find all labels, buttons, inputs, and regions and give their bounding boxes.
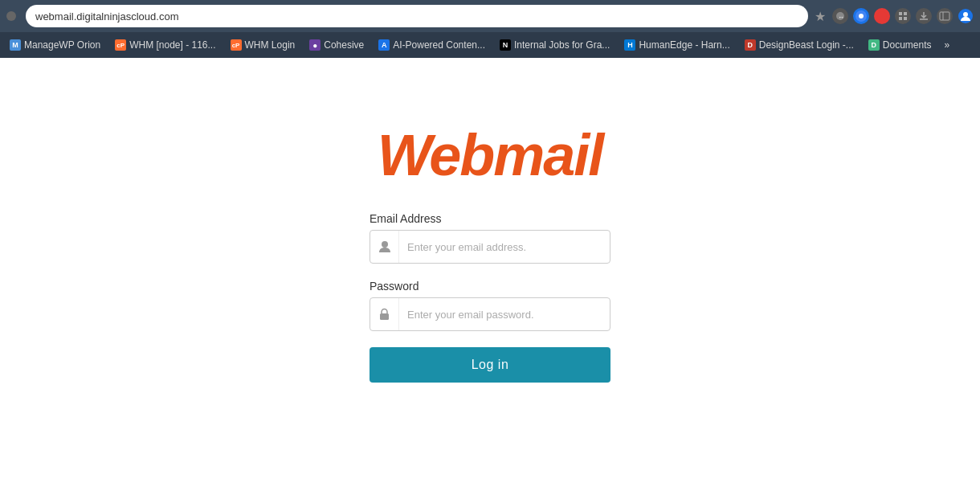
- more-bookmarks[interactable]: »: [940, 37, 955, 53]
- cohesive-favicon: ●: [309, 39, 321, 51]
- bookmark-ai-content[interactable]: A AI-Powered Conten...: [372, 35, 492, 55]
- email-label: Email Address: [370, 212, 610, 225]
- bookmark-humanedge[interactable]: H HumanEdge - Harn...: [618, 35, 736, 55]
- svg-rect-8: [904, 17, 907, 20]
- bookmark-whm-node[interactable]: cP WHM [node] - 116...: [108, 35, 222, 55]
- ai-favicon: A: [378, 39, 390, 51]
- designbeast-favicon: D: [745, 39, 756, 51]
- bookmark-humanedge-label: HumanEdge - Harn...: [639, 39, 729, 51]
- bookmark-managewp[interactable]: M ManageWP Orion: [3, 35, 107, 55]
- svg-rect-6: [904, 12, 907, 15]
- extension-icon-2[interactable]: [874, 8, 890, 24]
- bookmark-designbeast-label: DesignBeast Login -...: [759, 39, 854, 51]
- bookmark-icon[interactable]: ★: [815, 9, 826, 24]
- bookmark-internal-jobs[interactable]: N Internal Jobs for Gra...: [493, 35, 616, 55]
- password-label: Password: [370, 280, 610, 293]
- bookmark-whm-node-label: WHM [node] - 116...: [129, 39, 215, 51]
- profile-icon[interactable]: [958, 8, 974, 24]
- email-input-wrapper: [370, 230, 610, 264]
- lock-icon: [370, 298, 399, 330]
- svg-rect-14: [380, 313, 389, 320]
- svg-point-3: [859, 14, 864, 18]
- login-form: Email Address Password: [370, 212, 610, 383]
- url-text: webmail.digitalninjascloud.com: [35, 10, 178, 23]
- bookmark-documents[interactable]: D Documents: [862, 35, 938, 55]
- bookmark-documents-label: Documents: [883, 39, 932, 51]
- bookmark-designbeast[interactable]: D DesignBeast Login -...: [738, 35, 860, 55]
- svg-rect-9: [940, 12, 949, 20]
- bookmark-cohesive[interactable]: ● Cohesive: [303, 35, 370, 55]
- bookmark-whm-login[interactable]: cP WHM Login: [224, 35, 302, 55]
- extensions-icon[interactable]: [895, 8, 911, 24]
- documents-favicon: D: [868, 39, 880, 51]
- user-icon: [370, 231, 399, 263]
- browser-toolbar: ↔: [832, 8, 974, 24]
- svg-point-4: [877, 11, 887, 21]
- svg-point-12: [963, 12, 968, 17]
- internal-jobs-favicon: N: [500, 39, 511, 51]
- password-input[interactable]: [399, 298, 610, 330]
- bookmark-internal-jobs-label: Internal Jobs for Gra...: [514, 39, 610, 51]
- page-content: Webmail Email Address Password: [0, 58, 980, 479]
- managewp-favicon: M: [10, 39, 21, 51]
- whm-node-favicon: cP: [115, 39, 126, 51]
- address-bar[interactable]: webmail.digitalninjascloud.com: [26, 5, 808, 27]
- bookmark-managewp-label: ManageWP Orion: [24, 39, 100, 51]
- svg-rect-5: [899, 12, 902, 15]
- browser-chrome: webmail.digitalninjascloud.com ★ ↔: [0, 0, 980, 479]
- whm-login-favicon: cP: [231, 39, 242, 51]
- top-bar: webmail.digitalninjascloud.com ★ ↔: [0, 0, 980, 32]
- bookmark-whm-login-label: WHM Login: [245, 39, 296, 51]
- password-input-wrapper: [370, 297, 610, 331]
- email-input[interactable]: [399, 231, 610, 263]
- chrome-icon[interactable]: [853, 8, 869, 24]
- bookmarks-bar: M ManageWP Orion cP WHM [node] - 116... …: [0, 32, 980, 58]
- svg-rect-7: [899, 17, 902, 20]
- tab-icon: [6, 11, 16, 21]
- bookmark-ai-label: AI-Powered Conten...: [393, 39, 485, 51]
- extension-icon-1[interactable]: ↔: [832, 8, 848, 24]
- download-icon[interactable]: [916, 8, 932, 24]
- login-button[interactable]: Log in: [370, 347, 610, 383]
- bookmark-cohesive-label: Cohesive: [324, 39, 364, 51]
- humanedge-favicon: H: [624, 39, 635, 51]
- svg-point-13: [382, 241, 388, 248]
- window-controls: [6, 11, 16, 21]
- sidebar-icon[interactable]: [937, 8, 953, 24]
- webmail-logo: Webmail: [378, 122, 603, 188]
- svg-text:↔: ↔: [838, 14, 844, 21]
